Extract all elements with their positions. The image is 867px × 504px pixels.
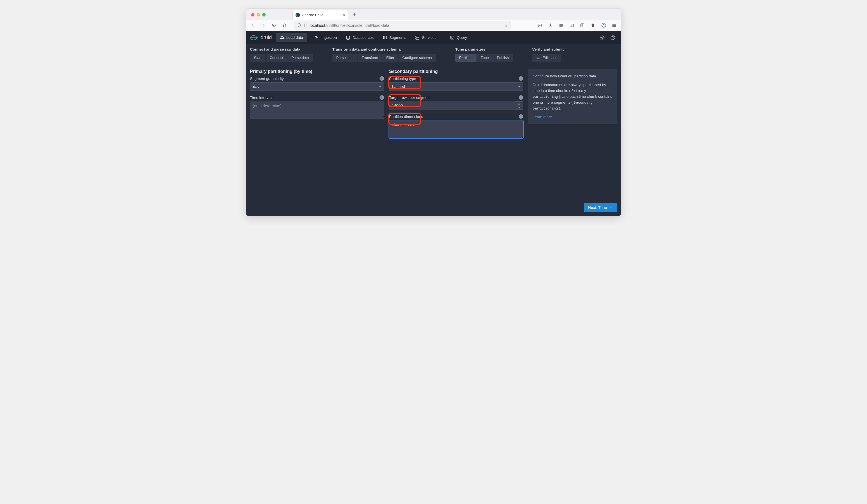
wizard-group-title: Tune parameters [455, 47, 513, 51]
svg-point-18 [416, 38, 417, 39]
field-partitioning-type: Partitioning type i hashed [389, 76, 523, 91]
url-bar[interactable]: localhost:8888/unified-console.html#load… [294, 21, 511, 30]
info-icon[interactable]: i [519, 76, 523, 81]
nav-load-data-label: Load data [286, 35, 303, 40]
partition-dimensions-label: Partition dimensions [389, 115, 423, 119]
nav-services-label: Services [422, 35, 436, 40]
svg-rect-1 [570, 24, 574, 27]
wizard-step-edit-spec[interactable]: Edit spec [532, 54, 561, 62]
svg-point-11 [346, 36, 350, 37]
wizard-step-partition[interactable]: Partition [455, 54, 477, 62]
database-icon [346, 35, 350, 40]
nav-services[interactable]: Services [411, 33, 440, 42]
nav-datasources[interactable]: Datasources [342, 33, 378, 42]
forward-button [259, 22, 267, 29]
wizard-step-parse-time[interactable]: Parse time [332, 54, 358, 62]
browser-tab[interactable]: Apache Druid × [292, 10, 348, 20]
segments-icon [383, 35, 387, 40]
cloud-upload-icon [280, 35, 284, 40]
svg-rect-12 [383, 36, 384, 39]
new-tab-button[interactable]: + [351, 11, 358, 19]
wizard-step-transform[interactable]: Transform [358, 54, 382, 62]
svg-rect-14 [386, 36, 387, 39]
extension-icon-1[interactable] [578, 22, 586, 29]
server-icon [415, 35, 419, 40]
app-body: Primary partitioning (by time) Segment g… [246, 65, 621, 216]
help-text: Druid datasources are always partitioned… [533, 82, 612, 111]
next-button-label: Next: Tune [588, 205, 607, 210]
window-minimize-icon[interactable] [257, 13, 260, 17]
wizard-group-title: Connect and parse raw data [250, 47, 313, 51]
traffic-lights [251, 13, 266, 17]
partitioning-type-label: Partitioning type [389, 77, 416, 81]
nav-segments-label: Segments [389, 35, 406, 40]
window-maximize-icon[interactable] [262, 13, 266, 17]
secondary-title: Secondary partitioning [389, 69, 523, 74]
page-icon [303, 23, 308, 28]
nav-query[interactable]: Query [446, 33, 471, 42]
partitioning-type-value: hashed [392, 84, 405, 89]
window-close-icon[interactable] [251, 13, 255, 17]
info-icon[interactable]: i [379, 76, 384, 81]
target-rows-input[interactable] [389, 101, 515, 110]
wizard-step-tune[interactable]: Tune [477, 54, 493, 62]
segment-granularity-value: day [253, 84, 259, 89]
spinner-down-icon[interactable]: ▼ [515, 106, 523, 110]
app-header: druid Load data Ingestion Datasources Se… [246, 31, 621, 44]
wizard-step-filter[interactable]: Filter [382, 54, 399, 62]
favicon-icon [296, 13, 300, 17]
druid-logo[interactable]: druid [250, 35, 272, 41]
wizard-group-title: Transform data and configure schema [332, 47, 436, 51]
shield-icon [297, 23, 301, 28]
console-icon [450, 35, 454, 40]
app-menu-icon[interactable] [610, 22, 618, 29]
back-button[interactable] [249, 22, 257, 29]
info-icon[interactable]: i [519, 95, 523, 100]
nav-load-data[interactable]: Load data [276, 33, 307, 42]
info-icon[interactable]: i [519, 114, 523, 119]
wizard-group-transform: Transform data and configure schema Pars… [332, 47, 436, 62]
learn-more-link[interactable]: Learn more [533, 115, 552, 119]
wizard-step-publish[interactable]: Publish [493, 54, 513, 62]
segment-granularity-label: Segment granularity [250, 77, 284, 81]
svg-rect-8 [315, 36, 317, 37]
profile-icon[interactable] [600, 22, 608, 29]
tab-title: Apache Druid [302, 13, 323, 17]
partition-dimensions-input[interactable]: channel,user [389, 120, 523, 138]
wizard-step-parse-data[interactable]: Parse data [287, 54, 313, 62]
wizard-step-configure[interactable]: Configure schema [399, 54, 436, 62]
wizard-step-connect[interactable]: Connect [266, 54, 287, 62]
wizard-bar: Connect and parse raw data Start Connect… [246, 44, 621, 65]
settings-icon[interactable] [598, 33, 607, 42]
help-text: Configure how Druid will partition data. [533, 74, 612, 79]
downloads-icon[interactable] [547, 22, 555, 29]
svg-rect-10 [315, 39, 317, 40]
bookmark-star-icon[interactable]: ☆ [504, 23, 508, 28]
wizard-step-start[interactable]: Start [250, 54, 266, 62]
help-icon[interactable] [609, 33, 617, 42]
svg-rect-19 [451, 36, 454, 39]
spinner-up-icon[interactable]: ▲ [515, 102, 523, 106]
home-button[interactable] [281, 22, 289, 29]
time-intervals-input[interactable] [250, 101, 384, 119]
field-partition-dimensions: Partition dimensions i channel,user [389, 114, 523, 139]
nav-segments[interactable]: Segments [379, 33, 410, 42]
nav-ingestion[interactable]: Ingestion [311, 33, 341, 42]
library-icon[interactable] [557, 22, 565, 29]
url-text: localhost:8888/unified-console.html#load… [310, 23, 389, 28]
druid-logo-icon [250, 35, 258, 41]
sidebar-toggle-icon[interactable] [568, 22, 576, 29]
info-icon[interactable]: i [379, 95, 384, 100]
primary-partitioning-panel: Primary partitioning (by time) Segment g… [250, 69, 384, 199]
ublock-icon[interactable] [589, 22, 597, 29]
reload-button[interactable] [270, 22, 278, 29]
time-intervals-label: Time intervals [250, 96, 274, 100]
nav-query-label: Query [457, 35, 467, 40]
segment-granularity-select[interactable]: day [250, 83, 384, 91]
svg-rect-13 [384, 36, 385, 39]
next-button[interactable]: Next: Tune → [584, 203, 617, 212]
browser-toolbar: localhost:8888/unified-console.html#load… [246, 20, 621, 31]
partitioning-type-select[interactable]: hashed [389, 83, 523, 91]
tab-close-icon[interactable]: × [343, 13, 345, 17]
save-pocket-icon[interactable] [536, 22, 544, 29]
